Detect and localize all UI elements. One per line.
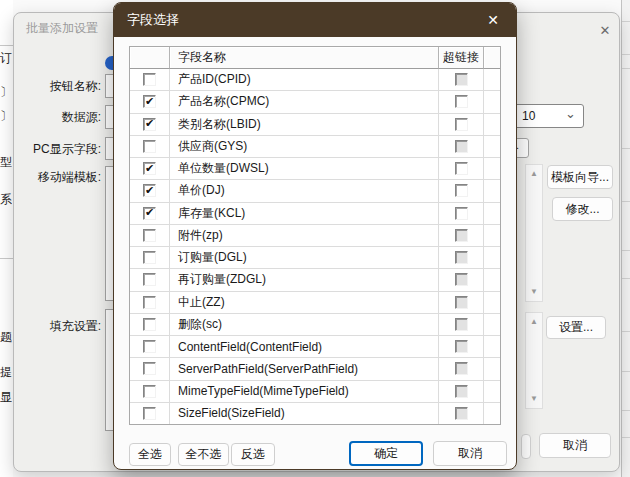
divider: [622, 437, 630, 438]
hyperlink-checkbox[interactable]: [455, 207, 468, 220]
field-checkbox[interactable]: [143, 296, 156, 309]
fill-settings-scrollbar[interactable]: ▲ ▼: [525, 312, 543, 409]
hyperlink-checkbox: [455, 362, 468, 375]
hyperlink-checkbox-cell: [439, 91, 484, 112]
background-window-left-edge: 订〕〕型系题提显: [0, 0, 13, 477]
filler-cell: [484, 158, 500, 179]
field-checkbox[interactable]: [143, 385, 156, 398]
field-checkbox[interactable]: [143, 251, 156, 264]
mobile-template-scrollbar[interactable]: ▲ ▼: [525, 164, 543, 302]
field-checkbox[interactable]: [143, 73, 156, 86]
check-icon: ✔: [145, 185, 154, 196]
checkbox-column-header: [130, 47, 170, 69]
filler-cell: [484, 336, 500, 357]
close-icon[interactable]: ✕: [589, 17, 621, 43]
table-row: 产品ID(CPID): [130, 69, 500, 91]
hyperlink-checkbox-cell: [439, 247, 484, 268]
cancel-button[interactable]: 取消: [433, 441, 507, 466]
table-row: ContentField(ContentField): [130, 336, 500, 358]
scroll-down-icon[interactable]: ▼: [526, 392, 542, 406]
clipped-text-fragment: 〕: [0, 84, 12, 101]
field-name-label: 类别名称(LBID): [170, 114, 439, 135]
divider: [622, 148, 630, 149]
field-checkbox[interactable]: [143, 362, 156, 375]
field-checkbox[interactable]: ✔: [143, 207, 156, 220]
hyperlink-checkbox-cell: [439, 225, 484, 246]
modify-button[interactable]: 修改...: [552, 197, 613, 221]
field-name-label: ServerPathField(ServerPathField): [170, 358, 439, 379]
field-checkbox[interactable]: [143, 140, 156, 153]
field-checkbox-cell: ✔: [130, 114, 170, 135]
filler-cell: [484, 203, 500, 224]
field-selection-dialog: 字段选择 ✕ 字段名称 超链接 产品ID(CPID)✔产品名称(CPMC)✔类别…: [113, 2, 517, 470]
divider: [622, 201, 630, 202]
invert-selection-button[interactable]: 反选: [231, 443, 275, 466]
hyperlink-checkbox-cell: [439, 358, 484, 379]
divider: [622, 250, 630, 251]
hyperlink-checkbox: [455, 318, 468, 331]
select-all-button[interactable]: 全选: [129, 443, 171, 466]
table-row: 附件(zp): [130, 225, 500, 247]
table-row: 删除(sc): [130, 314, 500, 336]
hyperlink-checkbox-cell: [439, 69, 484, 90]
pc-display-field-label: PC显示字段:: [14, 141, 101, 158]
partially-hidden-button[interactable]: [521, 434, 531, 459]
scroll-up-icon[interactable]: ▲: [526, 315, 542, 329]
field-checkbox-cell: ✔: [130, 180, 170, 201]
field-checkbox[interactable]: ✔: [143, 184, 156, 197]
hyperlink-checkbox-cell: [439, 158, 484, 179]
filler-cell: [484, 91, 500, 112]
clipped-text-fragment: 提: [0, 364, 12, 381]
hyperlink-checkbox: [455, 73, 468, 86]
filler-cell: [484, 403, 500, 424]
scroll-up-icon[interactable]: ▲: [526, 167, 542, 181]
filler-cell: [484, 314, 500, 335]
field-name-label: 订购量(DGL): [170, 247, 439, 268]
hyperlink-checkbox: [455, 340, 468, 353]
ok-button[interactable]: 确定: [349, 441, 423, 466]
cancel-button[interactable]: 取消: [539, 433, 611, 458]
field-checkbox-cell: [130, 403, 170, 424]
hyperlink-checkbox[interactable]: [455, 162, 468, 175]
field-name-label: 单价(DJ): [170, 180, 439, 201]
page-size-combobox[interactable]: 10 ⌄: [511, 104, 584, 128]
check-icon: ✔: [145, 163, 154, 174]
select-none-button[interactable]: 全不选: [178, 443, 229, 466]
field-checkbox[interactable]: [143, 273, 156, 286]
field-name-label: ContentField(ContentField): [170, 336, 439, 357]
hyperlink-checkbox: [455, 140, 468, 153]
field-checkbox[interactable]: [143, 407, 156, 420]
clipped-text-fragment: 系: [0, 191, 12, 208]
button-name-label: 按钮名称:: [14, 78, 101, 95]
divider: [0, 258, 13, 259]
field-checkbox[interactable]: ✔: [143, 162, 156, 175]
field-checkbox[interactable]: ✔: [143, 118, 156, 131]
field-checkbox-cell: [130, 314, 170, 335]
filler-column-header: [484, 47, 500, 69]
clipped-text-fragment: 题: [0, 329, 12, 346]
field-checkbox[interactable]: ✔: [143, 95, 156, 108]
filler-cell: [484, 269, 500, 290]
hyperlink-checkbox[interactable]: [455, 95, 468, 108]
template-wizard-button[interactable]: 模板向导...: [547, 165, 613, 189]
close-icon[interactable]: ✕: [470, 3, 516, 37]
check-icon: ✔: [145, 207, 154, 218]
combobox-value: 10: [522, 109, 535, 123]
scroll-down-icon[interactable]: ▼: [526, 285, 542, 299]
hyperlink-checkbox-cell: [439, 336, 484, 357]
divider: [622, 371, 630, 372]
hyperlink-checkbox[interactable]: [455, 118, 468, 131]
filler-cell: [484, 381, 500, 402]
settings-button[interactable]: 设置...: [546, 316, 606, 339]
divider: [0, 45, 13, 46]
chevron-down-icon: ⌄: [565, 106, 576, 121]
field-checkbox-cell: ✔: [130, 203, 170, 224]
table-row: 中止(ZZ): [130, 292, 500, 314]
field-checkbox-cell: [130, 225, 170, 246]
field-checkbox[interactable]: [143, 318, 156, 331]
field-name-label: 中止(ZZ): [170, 292, 439, 313]
field-checkbox[interactable]: [143, 340, 156, 353]
hyperlink-checkbox[interactable]: [455, 184, 468, 197]
field-checkbox[interactable]: [143, 229, 156, 242]
field-checkbox-cell: [130, 358, 170, 379]
